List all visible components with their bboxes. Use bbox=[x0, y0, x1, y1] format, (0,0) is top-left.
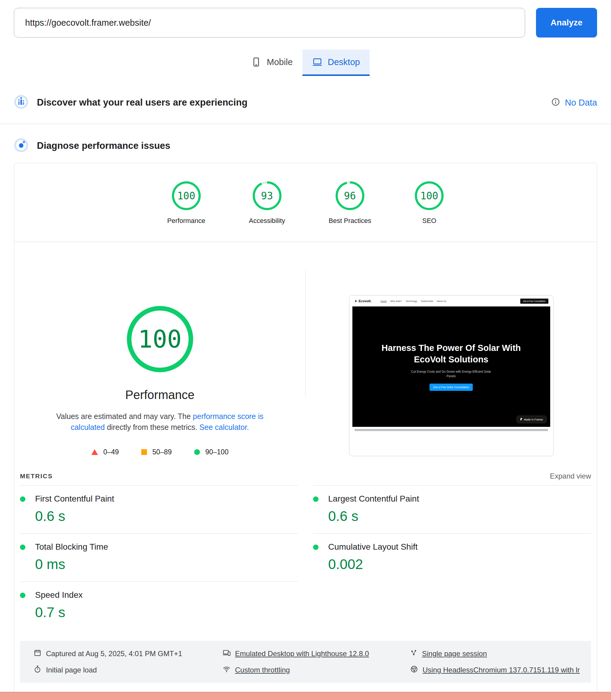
tab-desktop-label: Desktop bbox=[328, 57, 360, 67]
performance-score-value: 100 bbox=[125, 304, 195, 374]
metrics-grid: First Contentful Paint 0.6 s Largest Con… bbox=[14, 485, 597, 629]
session-icon bbox=[410, 649, 417, 658]
legend-item-fail: 0–49 bbox=[91, 448, 119, 456]
performance-summary: 100 Performance Values are estimated and… bbox=[14, 242, 597, 472]
framer-logo-icon bbox=[520, 418, 522, 421]
field-data-section: Discover what your real users are experi… bbox=[0, 95, 611, 110]
metric-value: 0.6 s bbox=[35, 508, 298, 524]
session-type-text: Single page session bbox=[422, 650, 487, 658]
lab-section-title: Diagnose performance issues bbox=[37, 140, 597, 151]
captured-at: Captured at Aug 5, 2025, 4:01 PM GMT+1 bbox=[33, 649, 223, 658]
legend-range: 0–49 bbox=[103, 448, 119, 456]
category-gauge-seo[interactable]: 100 SEO bbox=[415, 181, 444, 225]
metric-name: Total Blocking Time bbox=[35, 542, 298, 552]
legend-range: 50–89 bbox=[152, 448, 172, 456]
throttling-text: Custom throttling bbox=[235, 666, 290, 674]
screenshot-site-brand: Ecovolt. bbox=[354, 299, 372, 303]
framer-badge-label: Made in Framer bbox=[524, 418, 543, 421]
screenshot-nav-item: Testimonials bbox=[421, 300, 433, 302]
screenshot-nav-item: Why Solar? bbox=[390, 300, 402, 302]
session-type[interactable]: Single page session bbox=[410, 649, 585, 658]
metric-value: 0.7 s bbox=[35, 604, 298, 621]
metric-name: Cumulative Layout Shift bbox=[328, 542, 591, 552]
score-ring: 100 bbox=[415, 181, 444, 210]
legend-item-average: 50–89 bbox=[141, 448, 172, 456]
emulated-device[interactable]: Emulated Desktop with Lighthouse 12.8.0 bbox=[223, 649, 410, 658]
category-gauge-performance[interactable]: 100 Performance bbox=[167, 181, 205, 225]
metric-value: 0.6 s bbox=[328, 508, 591, 524]
see-calculator-link[interactable]: See calculator. bbox=[199, 423, 249, 431]
screenshot-nav-item: About Us bbox=[437, 300, 446, 302]
screenshot-cta-button: Get a Free Solar Consultation bbox=[430, 384, 473, 391]
device-tabs: Mobile Desktop bbox=[0, 50, 611, 76]
metric-status-dot bbox=[20, 545, 26, 550]
url-bar-row: Analyze bbox=[0, 0, 611, 38]
metric-largest-contentful-paint[interactable]: Largest Contentful Paint 0.6 s bbox=[313, 485, 591, 533]
score-description: Values are estimated and may vary. The p… bbox=[53, 411, 267, 433]
throttling-setting[interactable]: Custom throttling bbox=[223, 665, 410, 675]
throttling-icon bbox=[223, 665, 230, 675]
final-screenshot-thumbnail[interactable]: Ecovolt. Home Why Solar? Technology Test… bbox=[349, 295, 553, 456]
tab-mobile[interactable]: Mobile bbox=[241, 50, 302, 76]
tab-mobile-label: Mobile bbox=[267, 57, 293, 67]
score-ring: 93 bbox=[253, 181, 282, 210]
pagespeed-insights-report: Analyze Mobile Desktop Discover what y bbox=[0, 0, 611, 700]
screenshot-site-nav: Home Why Solar? Technology Testimonials … bbox=[381, 300, 446, 302]
chromium-icon bbox=[410, 665, 418, 675]
mobile-icon bbox=[251, 57, 261, 67]
score-value: 93 bbox=[253, 181, 282, 210]
screenshot-nav-cta: Get a Free Consultation bbox=[520, 299, 548, 304]
screenshot-scrollbar bbox=[355, 429, 548, 431]
legend-range: 90–100 bbox=[205, 448, 229, 456]
analyze-button[interactable]: Analyze bbox=[536, 8, 597, 38]
no-data-area: No Data bbox=[551, 98, 597, 108]
emulated-device-icon bbox=[223, 649, 230, 658]
metric-name: Largest Contentful Paint bbox=[328, 494, 591, 504]
expand-view-toggle[interactable]: Expand view bbox=[550, 472, 591, 480]
stopwatch-icon bbox=[33, 665, 42, 675]
metric-cumulative-layout-shift[interactable]: Cumulative Layout Shift 0.002 bbox=[313, 533, 591, 581]
category-scores-row: 100 Performance 93 Accessibility 96 Best… bbox=[14, 163, 597, 242]
initial-page-load-text: Initial page load bbox=[46, 666, 97, 674]
category-label: Performance bbox=[167, 217, 205, 225]
category-gauge-best-practices[interactable]: 96 Best Practices bbox=[329, 181, 371, 225]
chromium-version[interactable]: Using HeadlessChromium 137.0.7151.119 wi… bbox=[410, 665, 585, 675]
performance-gauge-title: Performance bbox=[125, 388, 194, 402]
made-in-framer-badge: Made in Framer bbox=[517, 416, 547, 423]
legend-item-pass: 90–100 bbox=[194, 448, 229, 456]
captured-at-text: Captured at Aug 5, 2025, 4:01 PM GMT+1 bbox=[46, 650, 182, 658]
url-input[interactable] bbox=[14, 8, 525, 38]
legend-triangle-icon bbox=[91, 449, 98, 455]
metric-status-dot bbox=[313, 496, 318, 502]
emulated-device-text: Emulated Desktop with Lighthouse 12.8.0 bbox=[235, 650, 369, 658]
lab-data-icon bbox=[14, 138, 28, 154]
screenshot-headline: Harness The Power Of Solar With EcoVolt … bbox=[371, 342, 532, 365]
real-users-icon bbox=[14, 95, 28, 110]
score-value: 100 bbox=[415, 181, 444, 210]
screenshot-subheadline: Cut Energy Costs and Go Green with Energ… bbox=[411, 369, 492, 378]
info-icon[interactable] bbox=[551, 98, 560, 108]
score-ring: 96 bbox=[336, 181, 364, 210]
vertical-divider bbox=[306, 269, 306, 396]
initial-page-load: Initial page load bbox=[33, 665, 223, 675]
bolt-icon bbox=[354, 299, 358, 303]
final-screenshot-column: Ecovolt. Home Why Solar? Technology Test… bbox=[306, 242, 597, 456]
metric-total-blocking-time[interactable]: Total Blocking Time 0 ms bbox=[20, 533, 298, 581]
metric-name: Speed Index bbox=[35, 590, 298, 600]
no-data-link[interactable]: No Data bbox=[565, 98, 597, 108]
metrics-header: METRICS Expand view bbox=[14, 472, 597, 480]
metric-value: 0 ms bbox=[35, 556, 298, 572]
category-gauge-accessibility[interactable]: 93 Accessibility bbox=[249, 181, 285, 225]
calendar-icon bbox=[33, 649, 42, 658]
metric-first-contentful-paint[interactable]: First Contentful Paint 0.6 s bbox=[20, 485, 298, 533]
performance-gauge-column: 100 Performance Values are estimated and… bbox=[14, 242, 306, 456]
performance-score-gauge: 100 bbox=[125, 304, 195, 374]
tab-desktop[interactable]: Desktop bbox=[302, 50, 370, 76]
metric-name: First Contentful Paint bbox=[35, 494, 298, 504]
report-card: 100 Performance 93 Accessibility 96 Best… bbox=[14, 163, 597, 700]
score-value: 100 bbox=[172, 181, 201, 210]
metric-speed-index[interactable]: Speed Index 0.7 s bbox=[20, 581, 298, 629]
metric-status-dot bbox=[20, 593, 26, 598]
lab-data-section-header: Diagnose performance issues bbox=[0, 138, 611, 154]
desktop-icon bbox=[312, 57, 323, 67]
